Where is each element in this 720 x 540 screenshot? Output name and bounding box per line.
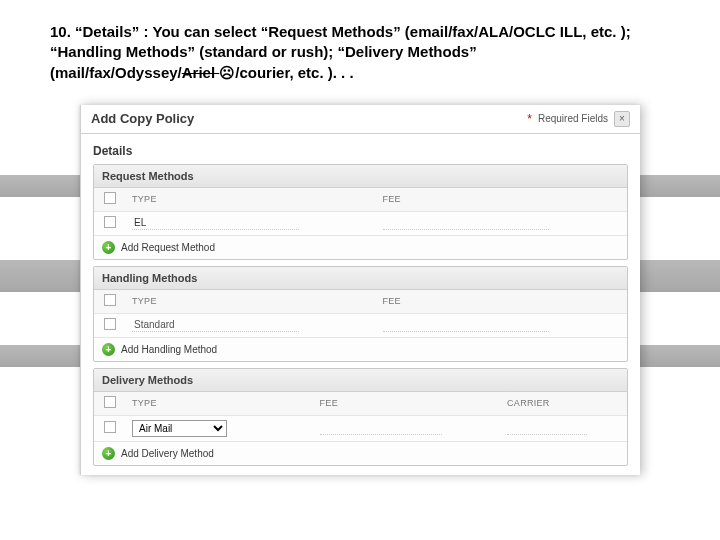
- required-fields-note: * Required Fields ×: [527, 111, 630, 127]
- delivery-methods-header: Delivery Methods: [94, 369, 627, 392]
- col-fee: FEE: [314, 394, 502, 412]
- row-checkbox[interactable]: [104, 421, 116, 433]
- fee-input[interactable]: [320, 421, 443, 435]
- caption-line-c2: /courier, etc. ). . .: [235, 64, 353, 81]
- plus-icon: +: [102, 241, 115, 254]
- table-header-row: TYPE FEE: [94, 290, 627, 314]
- table-row: Air Mail: [94, 416, 627, 442]
- table-row: [94, 212, 627, 236]
- add-handling-method-button[interactable]: + Add Handling Method: [94, 338, 627, 361]
- caption-num: 10.: [50, 23, 71, 40]
- screenshot-stage: Add Copy Policy * Required Fields × Deta…: [80, 105, 640, 485]
- add-request-method-button[interactable]: + Add Request Method: [94, 236, 627, 259]
- modal-header: Add Copy Policy * Required Fields ×: [81, 105, 640, 134]
- type-input[interactable]: [132, 318, 299, 332]
- plus-icon: +: [102, 343, 115, 356]
- details-section-title: Details: [81, 134, 640, 164]
- request-methods-panel: Request Methods TYPE FEE + Add Request M…: [93, 164, 628, 260]
- caption-line-b: “Handling Methods” (standard or rush); “…: [50, 43, 477, 60]
- table-row: [94, 314, 627, 338]
- table-header-row: TYPE FEE: [94, 188, 627, 212]
- caption-line-c1: (mail/fax/Odyssey/: [50, 64, 182, 81]
- caption-strike: Ariel: [182, 64, 220, 81]
- request-methods-header: Request Methods: [94, 165, 627, 188]
- required-star-icon: *: [527, 112, 532, 126]
- type-input[interactable]: [132, 216, 299, 230]
- select-all-checkbox[interactable]: [104, 294, 116, 306]
- fee-input[interactable]: [383, 318, 550, 332]
- handling-methods-header: Handling Methods: [94, 267, 627, 290]
- caption-line-a: You can select “Request Methods” (email/…: [153, 23, 631, 40]
- col-carrier: CARRIER: [501, 394, 627, 412]
- add-label: Add Delivery Method: [121, 448, 214, 459]
- fee-input[interactable]: [383, 216, 550, 230]
- handling-methods-panel: Handling Methods TYPE FEE + Add Handling…: [93, 266, 628, 362]
- col-fee: FEE: [377, 292, 628, 310]
- close-icon[interactable]: ×: [614, 111, 630, 127]
- row-checkbox[interactable]: [104, 318, 116, 330]
- add-delivery-method-button[interactable]: + Add Delivery Method: [94, 442, 627, 465]
- plus-icon: +: [102, 447, 115, 460]
- instruction-caption: 10. “Details” : You can select “Request …: [0, 0, 720, 83]
- caption-emoticon: ☹: [219, 64, 235, 81]
- caption-lead: “Details” :: [75, 23, 148, 40]
- modal-panel: Add Copy Policy * Required Fields × Deta…: [80, 105, 640, 475]
- col-fee: FEE: [377, 190, 628, 208]
- col-type: TYPE: [126, 292, 377, 310]
- modal-title: Add Copy Policy: [91, 111, 194, 126]
- delivery-methods-panel: Delivery Methods TYPE FEE CARRIER Air Ma…: [93, 368, 628, 466]
- col-type: TYPE: [126, 394, 314, 412]
- add-label: Add Request Method: [121, 242, 215, 253]
- table-header-row: TYPE FEE CARRIER: [94, 392, 627, 416]
- required-text: Required Fields: [538, 113, 608, 124]
- col-type: TYPE: [126, 190, 377, 208]
- add-label: Add Handling Method: [121, 344, 217, 355]
- select-all-checkbox[interactable]: [104, 396, 116, 408]
- type-select[interactable]: Air Mail: [132, 420, 227, 437]
- row-checkbox[interactable]: [104, 216, 116, 228]
- select-all-checkbox[interactable]: [104, 192, 116, 204]
- carrier-input[interactable]: [507, 421, 587, 435]
